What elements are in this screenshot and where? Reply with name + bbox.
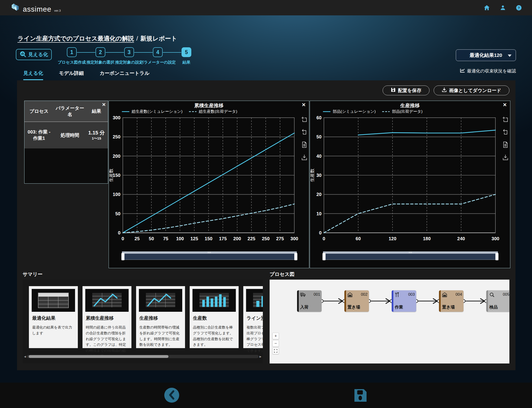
close-icon[interactable]: ✕ [102,102,106,107]
legend-item[interactable]: 総生産数(出荷データ) [188,109,237,114]
scroll-right-arrow[interactable]: ▶ [260,355,262,358]
reset-view-icon[interactable] [502,129,509,135]
tab-visualize[interactable]: 見える化 [23,70,43,80]
help-icon[interactable]: ? [516,5,522,11]
step-connector [134,52,153,53]
close-icon[interactable]: ✕ [302,102,306,108]
node-color-stripe [344,290,346,312]
slider-handle-left[interactable] [322,253,326,260]
slider-handle-right[interactable] [294,253,297,260]
step-2-box[interactable]: 2 [95,47,105,57]
download-chart-icon[interactable] [502,154,509,161]
slider-selected-range[interactable] [323,254,498,260]
fit-view-button[interactable] [272,348,279,354]
summary-card-line-production[interactable]: ライン別生産 複数出荷プロ 出荷プロセス 棒グラフで可 プロセス毎に できます。 [243,286,263,348]
data-table-icon[interactable] [301,141,308,148]
zoom-out-button[interactable]: − [272,340,279,347]
data-table-icon[interactable] [502,141,509,148]
line-chart-thumbnail-icon [139,289,182,312]
legend-item[interactable]: 部品(出荷データ) [382,109,422,114]
tab-model-detail[interactable]: モデル詳細 [59,70,84,80]
process-node-002[interactable]: 002 置き場 [344,290,369,312]
dropdown-selected-value: 最適化結果120 [470,52,502,59]
summary-card-production-trend[interactable]: 生産推移 生産数の時間帯毎の増減を折れ線グラフで可視化します。時間帯別に生産数を… [136,286,185,348]
svg-text:50: 50 [149,236,154,241]
home-icon[interactable] [484,5,490,10]
step-4-box[interactable]: 4 [153,47,163,57]
scroll-left-arrow[interactable]: ◀ [24,355,26,358]
slider-handle-left[interactable] [121,253,124,260]
summary-card-production-count[interactable]: 生産数 品種別に合計生産数を棒グラフで可視化します。品種別の生産数を比較できます… [190,286,239,348]
step-1-label: プロセス図作成 [58,60,86,65]
slider-handle-right[interactable] [495,253,498,260]
summary-card-optimization-result[interactable]: 最適化結果 最適化の結果を表で出力します [29,286,78,348]
step-1-box[interactable]: 1 [67,47,77,57]
floppy-save-icon [354,400,367,403]
zoom-in-button[interactable]: + [272,333,279,339]
svg-text:300: 300 [491,236,499,241]
slider-track-top[interactable] [323,251,498,254]
step-3: 3 推定対象の設定 [124,47,134,65]
svg-text:150: 150 [205,236,212,241]
breadcrumb: ライン生産方式でのプロセス最適化の解説/新規レポート [17,34,177,43]
table-row[interactable]: 003: 作業 - 作業1 処理時間 1.15 分 1〜15 [25,122,108,148]
slider-selected-range[interactable] [122,254,297,260]
chart-range-slider[interactable] [323,251,498,261]
scrollbar-thumb[interactable] [29,355,169,358]
floppy-icon [391,87,396,94]
column-header-parameter: パラメーター名 [54,103,86,120]
legend-item[interactable]: 総生産数(シミュレーション) [121,109,182,114]
step-2-label: 推定対象の選択 [86,60,114,65]
process-diagram-canvas[interactable]: 001 入荷 002 置き場 [270,280,509,364]
slider-grip[interactable] [409,252,412,253]
step-4-label: パラメーターの設定 [140,60,176,65]
column-header-result: 結果 [86,106,107,117]
process-node-001[interactable]: 001 入荷 [297,290,321,312]
scrollbar-track[interactable] [27,355,258,358]
node-color-stripe [486,290,488,312]
download-chart-icon[interactable] [301,154,308,161]
app-root: assimee ver.3 ? ライン生産方式でのプロセス最適化の解説/新規レポ… [0,0,532,408]
save-report-button[interactable] [354,388,367,403]
convergence-status-link[interactable]: 最適化の収束状況を確認 [456,68,516,74]
process-node-005[interactable]: 005 検品 [486,290,509,312]
breadcrumb-separator: / [136,35,138,42]
back-button[interactable] [164,388,179,403]
svg-text:225: 225 [247,236,255,241]
user-icon[interactable] [500,5,506,10]
summary-card-cumulative[interactable]: 累積生産推移 時間の経過に伴う出荷品の合計生産数の増加を折れ線グラフで可視化しま… [83,286,131,348]
svg-text:75: 75 [163,236,168,241]
download-image-label: 画像としてダウンロード [449,87,501,94]
save-layout-button[interactable]: 配置を保存 [383,85,430,95]
zoom-select-icon[interactable] [502,116,509,123]
visualize-mode-button[interactable]: 見える化 [16,49,52,60]
step-5-box[interactable]: 5 [182,47,191,57]
tab-carbon-neutral[interactable]: カーボンニュートラル [100,70,149,80]
assimee-logo[interactable]: assimee ver.3 [10,3,61,13]
zoom-select-icon[interactable] [301,116,308,123]
slider-track-top[interactable] [122,251,297,254]
optimization-result-dropdown[interactable]: 最適化結果120 [456,49,516,61]
process-node-003[interactable]: 003 作業 [392,290,416,312]
breadcrumb-report-link[interactable]: ライン生産方式でのプロセス最適化の解説 [17,35,134,42]
node-color-stripe [392,290,393,312]
chart-line-icon [460,68,465,74]
chart-range-slider[interactable] [122,251,297,261]
process-node-004[interactable]: 004 置き場 [439,290,464,312]
svg-text:30: 30 [316,173,321,178]
top-navbar: assimee ver.3 ? [0,0,532,15]
line-chart[interactable]: 0601201802403000102030405060生産数 [310,114,500,245]
svg-text:200: 200 [113,153,120,159]
slider-grip[interactable] [208,252,211,253]
close-icon[interactable]: ✕ [503,102,507,108]
line-chart[interactable]: 0255075100125150175200225250275300050100… [109,114,298,245]
optimization-results-table: プロセス パラメーター名 結果 ✕ 003: 作業 - 作業1 処理時間 1.1… [24,101,108,184]
node-color-stripe [297,290,299,312]
download-image-button[interactable]: 画像としてダウンロード [434,85,509,95]
svg-text:50: 50 [316,134,321,139]
reset-view-icon[interactable] [301,129,308,135]
svg-text:0: 0 [322,236,325,241]
step-3-box[interactable]: 3 [124,47,134,57]
legend-item[interactable]: 部品(シミュレーション) [322,109,376,114]
svg-text:50: 50 [115,211,120,216]
